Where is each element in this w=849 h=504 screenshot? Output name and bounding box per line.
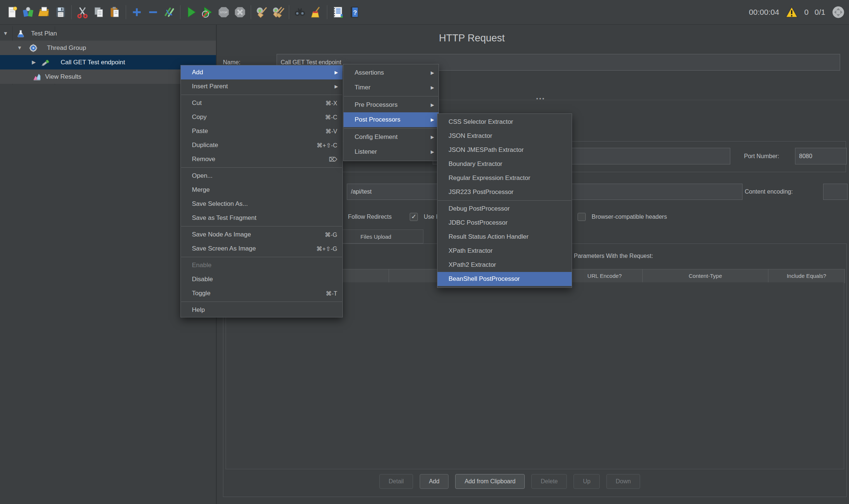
- menu-item-save-node-as-image[interactable]: Save Node As Image⌘-G: [181, 228, 342, 242]
- cut-icon[interactable]: [74, 4, 91, 20]
- start-icon[interactable]: [183, 4, 199, 20]
- submenu-arrow-icon: ▶: [431, 149, 434, 154]
- column-header-url-encode[interactable]: URL Encode?: [567, 269, 643, 283]
- open-file-icon[interactable]: [36, 4, 53, 20]
- menu-item-label: XPath Extractor: [437, 247, 493, 255]
- context-menu: Add▶Insert Parent▶Cut⌘-XCopy⌘-CPaste⌘-VD…: [180, 65, 343, 317]
- menu-item-merge[interactable]: Merge: [181, 183, 342, 197]
- column-header-content-type[interactable]: Content-Type: [643, 269, 768, 283]
- templates-icon[interactable]: [20, 4, 36, 20]
- menu-item-save-screen-as-image[interactable]: Save Screen As Image⌘+⇧-G: [181, 242, 342, 256]
- menu-item-label: Save Screen As Image: [181, 245, 256, 252]
- port-number-input[interactable]: 8080: [795, 148, 847, 164]
- menu-item-label: Result Status Action Handler: [437, 233, 528, 241]
- menu-item-xpath2-extractor[interactable]: XPath2 Extractor: [437, 258, 572, 272]
- checkbox-browser-compatible-headers[interactable]: [578, 213, 586, 221]
- menu-item-pre-processors[interactable]: Pre Processors▶: [344, 98, 439, 112]
- menu-item-disable[interactable]: Disable: [181, 272, 342, 286]
- menu-item-shortcut: ⌘-T: [326, 290, 337, 297]
- start-no-pauses-icon[interactable]: [199, 4, 216, 20]
- menu-item-config-element[interactable]: Config Element▶: [344, 130, 439, 144]
- menu-item-insert-parent[interactable]: Insert Parent▶: [181, 79, 342, 93]
- menu-item-shortcut: ⌘-G: [325, 231, 337, 238]
- up-button: Up: [574, 474, 599, 489]
- column-header-include-equals[interactable]: Include Equals?: [768, 269, 845, 283]
- menu-item-boundary-extractor[interactable]: Boundary Extractor: [437, 157, 572, 171]
- checkbox-label-follow-redirects: Follow Redirects: [348, 214, 392, 220]
- submenu-arrow-icon: ▶: [431, 134, 434, 140]
- menu-item-toggle[interactable]: Toggle⌘-T: [181, 286, 342, 300]
- menu-item-remove[interactable]: Remove⌦: [181, 152, 342, 166]
- menu-item-debug-postprocessor[interactable]: Debug PostProcessor: [437, 202, 572, 216]
- clear-icon[interactable]: [254, 4, 270, 20]
- menu-item-listener[interactable]: Listener▶: [344, 144, 439, 159]
- toggle-icon[interactable]: [161, 4, 177, 20]
- menu-separator: [181, 226, 342, 227]
- expand-node-icon[interactable]: ▶: [32, 55, 36, 69]
- menu-item-shortcut: ⌘-C: [325, 114, 337, 121]
- menu-item-beanshell-postprocessor[interactable]: BeanShell PostProcessor: [437, 272, 572, 286]
- menu-item-shortcut: ⌘+⇧-C: [317, 142, 337, 149]
- function-helper-icon[interactable]: [330, 4, 346, 20]
- menu-item-regular-expression-extractor[interactable]: Regular Expression Extractor: [437, 171, 572, 185]
- search-icon[interactable]: [292, 4, 308, 20]
- section-divider-handle[interactable]: •••: [536, 95, 545, 102]
- help-icon[interactable]: [346, 4, 362, 20]
- menu-item-assertions[interactable]: Assertions▶: [344, 65, 439, 80]
- menu-item-label: Save as Test Fragment: [181, 214, 257, 222]
- tree-item-test-plan[interactable]: ▼Test Plan: [0, 26, 216, 41]
- menu-item-save-selection-as[interactable]: Save Selection As...: [181, 197, 342, 211]
- collapse-node-icon[interactable]: ▼: [3, 26, 8, 41]
- menu-item-label: CSS Selector Extractor: [437, 118, 513, 126]
- save-icon[interactable]: [53, 4, 69, 20]
- parameters-buttons: DetailAddAdd from ClipboardDeleteUpDown: [379, 474, 640, 489]
- menu-item-label: Timer: [344, 84, 371, 91]
- checkbox-use-keepalive[interactable]: ✓: [410, 213, 418, 221]
- content-encoding-input[interactable]: [823, 184, 848, 200]
- menu-item-label: JSON Extractor: [437, 132, 492, 140]
- menu-item-copy[interactable]: Copy⌘-C: [181, 110, 342, 124]
- menu-item-cut[interactable]: Cut⌘-X: [181, 96, 342, 110]
- menu-item-open[interactable]: Open...: [181, 169, 342, 183]
- menu-separator: [181, 302, 342, 302]
- shutdown-icon: [232, 4, 248, 20]
- menu-item-xpath-extractor[interactable]: XPath Extractor: [437, 244, 572, 258]
- detail-button: Detail: [379, 474, 413, 489]
- reset-search-icon[interactable]: [308, 4, 324, 20]
- port-number-label: Port Number:: [744, 148, 779, 164]
- warning-icon[interactable]: [785, 6, 798, 19]
- toolbar-separator: [289, 5, 289, 19]
- tab-files-upload[interactable]: Files Upload: [329, 229, 423, 244]
- collapse-all-icon[interactable]: [145, 4, 161, 20]
- new-file-icon[interactable]: [4, 4, 20, 20]
- stop-icon: [216, 4, 232, 20]
- collapse-node-icon[interactable]: ▼: [17, 41, 22, 55]
- menu-item-timer[interactable]: Timer▶: [344, 80, 439, 95]
- menu-item-post-processors[interactable]: Post Processors▶: [344, 112, 439, 127]
- menu-item-label: Insert Parent: [181, 83, 228, 90]
- clear-all-icon[interactable]: [270, 4, 286, 20]
- menu-item-enable: Enable: [181, 258, 342, 272]
- test-plan-icon: [16, 29, 25, 38]
- expand-all-icon[interactable]: [129, 4, 145, 20]
- paste-icon[interactable]: [107, 4, 123, 20]
- menu-item-result-status-action-handler[interactable]: Result Status Action Handler: [437, 230, 572, 244]
- copy-icon[interactable]: [91, 4, 107, 20]
- add-from-clipboard-button[interactable]: Add from Clipboard: [455, 474, 525, 489]
- add-button[interactable]: Add: [420, 474, 449, 489]
- menu-item-json-jmespath-extractor[interactable]: JSON JMESPath Extractor: [437, 143, 572, 157]
- view-results-icon: [33, 72, 41, 81]
- tree-item-thread-group[interactable]: ▼Thread Group: [0, 41, 216, 55]
- menu-item-jsr223-postprocessor[interactable]: JSR223 PostProcessor: [437, 185, 572, 199]
- menu-item-add[interactable]: Add▶: [181, 65, 342, 79]
- menu-item-help[interactable]: Help: [181, 303, 342, 317]
- menu-item-json-extractor[interactable]: JSON Extractor: [437, 129, 572, 143]
- menu-separator: [181, 167, 342, 168]
- menu-item-jdbc-postprocessor[interactable]: JDBC PostProcessor: [437, 216, 572, 230]
- elapsed-time: 00:00:04: [749, 8, 779, 17]
- menu-item-duplicate[interactable]: Duplicate⌘+⇧-C: [181, 138, 342, 152]
- menu-item-save-as-test-fragment[interactable]: Save as Test Fragment: [181, 211, 342, 225]
- menu-item-css-selector-extractor[interactable]: CSS Selector Extractor: [437, 115, 572, 129]
- menu-item-label: Duplicate: [181, 142, 218, 149]
- menu-item-paste[interactable]: Paste⌘-V: [181, 124, 342, 138]
